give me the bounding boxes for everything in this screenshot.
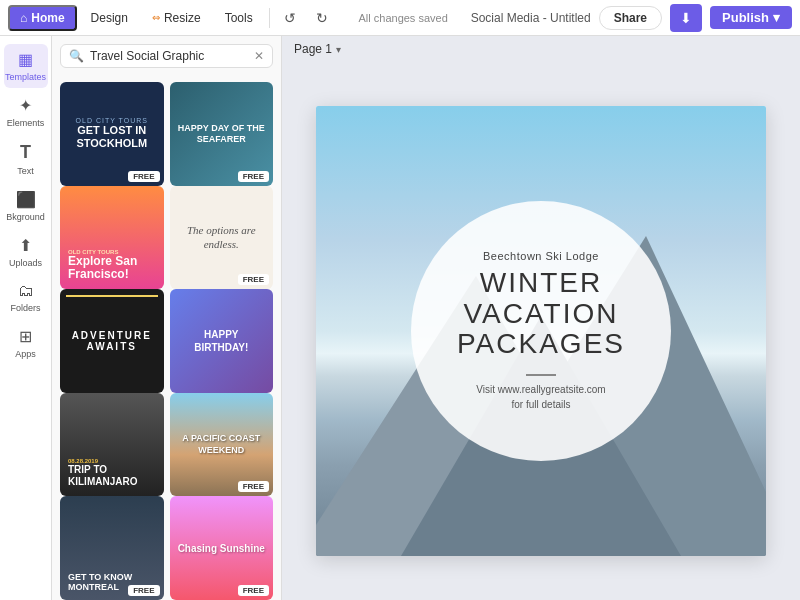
template-card-montreal[interactable]: GET TO KNOW MONTREAL FREE <box>60 496 164 600</box>
sidebar-folders-label: Folders <box>10 303 40 313</box>
home-button[interactable]: ⌂ Home <box>8 5 77 31</box>
template-card-seafarer[interactable]: HAPPY DAY OF THE SEAFARER FREE <box>170 82 274 186</box>
publish-button[interactable]: Publish ▾ <box>710 6 792 29</box>
sidebar-elements-label: Elements <box>7 118 45 128</box>
template-panel: 🔍 ✕ Old City Tours GET LOST IN STOCKHOLM… <box>52 36 282 600</box>
template-card-birthday[interactable]: HAPPYBIRTHDAY! <box>170 289 274 393</box>
seafarer-free-badge: FREE <box>238 171 269 182</box>
sanfran-title: Explore San Francisco! <box>68 255 156 281</box>
sidebar-icons: ▦ Templates ✦ Elements T Text ⬛ Bkground… <box>0 36 52 600</box>
sidebar-item-folders[interactable]: 🗂 Folders <box>4 276 48 319</box>
design-label: Design <box>91 11 128 25</box>
elements-icon: ✦ <box>19 96 32 115</box>
template-card-adventure[interactable]: ADVENTURE AWAITS <box>60 289 164 393</box>
main-layout: ▦ Templates ✦ Elements T Text ⬛ Bkground… <box>0 36 800 600</box>
nav-right-group: Social Media - Untitled Share ⬇ Publish … <box>471 4 792 32</box>
top-navigation: ⌂ Home Design ⇔ Resize Tools ↺ ↻ All cha… <box>0 0 800 36</box>
stockholm-title: GET LOST IN STOCKHOLM <box>68 124 156 150</box>
search-bar: 🔍 ✕ <box>60 44 273 68</box>
template-card-pacific[interactable]: A PACIFIC COAST WEEKEND FREE <box>170 393 274 497</box>
pacific-free-badge: FREE <box>238 481 269 492</box>
search-clear-icon[interactable]: ✕ <box>254 49 264 63</box>
template-grid: Old City Tours GET LOST IN STOCKHOLM FRE… <box>52 76 281 600</box>
canvas-document[interactable]: Beechtown Ski Lodge WINTER VACATION PACK… <box>316 106 766 556</box>
stockholm-free-badge: FREE <box>128 171 159 182</box>
sidebar-apps-label: Apps <box>15 349 36 359</box>
page-label: Page 1 <box>294 42 332 56</box>
sidebar-background-label: Bkground <box>6 212 45 222</box>
resize-button[interactable]: ⇔ Resize <box>142 7 211 29</box>
options-free-badge: FREE <box>238 274 269 285</box>
canvas-area: Page 1 ▾ Beechtown Ski Lodge WINTER VACA… <box>282 36 800 600</box>
home-icon: ⌂ <box>20 11 27 25</box>
sidebar-text-label: Text <box>17 166 34 176</box>
options-text: The options are endless. <box>178 223 266 252</box>
adventure-line <box>66 295 158 297</box>
tools-button[interactable]: Tools <box>215 7 263 29</box>
sidebar-templates-label: Templates <box>5 72 46 82</box>
template-card-chasing[interactable]: Chasing Sunshine FREE <box>170 496 274 600</box>
resize-label: Resize <box>164 11 201 25</box>
redo-button[interactable]: ↻ <box>308 4 336 32</box>
redo-icon: ↻ <box>316 10 328 26</box>
stockholm-subtitle: Old City Tours <box>76 117 148 124</box>
share-label: Share <box>614 11 647 25</box>
design-button[interactable]: Design <box>81 7 138 29</box>
design-title: WINTER VACATION PACKAGES <box>457 268 625 360</box>
title-line2: VACATION <box>464 298 619 329</box>
template-card-sanfran[interactable]: Old City Tours Explore San Francisco! <box>60 186 164 290</box>
chasing-free-badge: FREE <box>238 585 269 596</box>
title-divider <box>526 374 556 376</box>
template-card-stockholm[interactable]: Old City Tours GET LOST IN STOCKHOLM FRE… <box>60 82 164 186</box>
chasing-text: Chasing Sunshine <box>178 543 265 554</box>
canvas-toolbar: Page 1 ▾ <box>282 36 800 62</box>
download-button[interactable]: ⬇ <box>670 4 702 32</box>
publish-label: Publish <box>722 10 769 25</box>
text-icon: T <box>20 142 31 163</box>
separator <box>269 8 270 28</box>
title-line1: WINTER <box>480 267 602 298</box>
title-line3: PACKAGES <box>457 328 625 359</box>
apps-icon: ⊞ <box>19 327 32 346</box>
home-label: Home <box>31 11 64 25</box>
undo-icon: ↺ <box>284 10 296 26</box>
circle-overlay: Beechtown Ski Lodge WINTER VACATION PACK… <box>411 201 671 461</box>
canvas-scroll[interactable]: Beechtown Ski Lodge WINTER VACATION PACK… <box>282 62 800 600</box>
background-icon: ⬛ <box>16 190 36 209</box>
kilimanjaro-title: TRIP TO KILIMANJARO <box>68 464 156 488</box>
save-status: All changes saved <box>340 12 467 24</box>
download-icon: ⬇ <box>680 10 692 26</box>
pacific-text: A PACIFIC COAST WEEKEND <box>178 433 266 456</box>
undo-button[interactable]: ↺ <box>276 4 304 32</box>
share-button[interactable]: Share <box>599 6 662 30</box>
template-card-kilimanjaro[interactable]: 08.28.2019 TRIP TO KILIMANJARO <box>60 393 164 497</box>
lodge-name: Beechtown Ski Lodge <box>483 250 599 262</box>
uploads-icon: ⬆ <box>19 236 32 255</box>
search-icon: 🔍 <box>69 49 84 63</box>
resize-icon: ⇔ <box>152 12 160 23</box>
sidebar-uploads-label: Uploads <box>9 258 42 268</box>
page-dropdown-icon[interactable]: ▾ <box>336 44 341 55</box>
seafarer-title: HAPPY DAY OF THE SEAFARER <box>178 123 266 145</box>
publish-chevron-icon: ▾ <box>773 10 780 25</box>
montreal-free-badge: FREE <box>128 585 159 596</box>
document-title: Social Media - Untitled <box>471 11 591 25</box>
birthday-text: HAPPYBIRTHDAY! <box>194 328 248 354</box>
design-subtitle: Visit www.reallygreatsite.comfor full de… <box>476 382 605 412</box>
search-input[interactable] <box>90 49 248 63</box>
tools-label: Tools <box>225 11 253 25</box>
adventure-text: ADVENTURE AWAITS <box>68 330 156 352</box>
sidebar-item-background[interactable]: ⬛ Bkground <box>4 184 48 228</box>
sidebar-item-templates[interactable]: ▦ Templates <box>4 44 48 88</box>
folders-icon: 🗂 <box>18 282 34 300</box>
templates-icon: ▦ <box>18 50 33 69</box>
sidebar-item-elements[interactable]: ✦ Elements <box>4 90 48 134</box>
sidebar-item-apps[interactable]: ⊞ Apps <box>4 321 48 365</box>
sidebar-item-uploads[interactable]: ⬆ Uploads <box>4 230 48 274</box>
sidebar-item-text[interactable]: T Text <box>4 136 48 182</box>
template-card-options[interactable]: The options are endless. FREE <box>170 186 274 290</box>
